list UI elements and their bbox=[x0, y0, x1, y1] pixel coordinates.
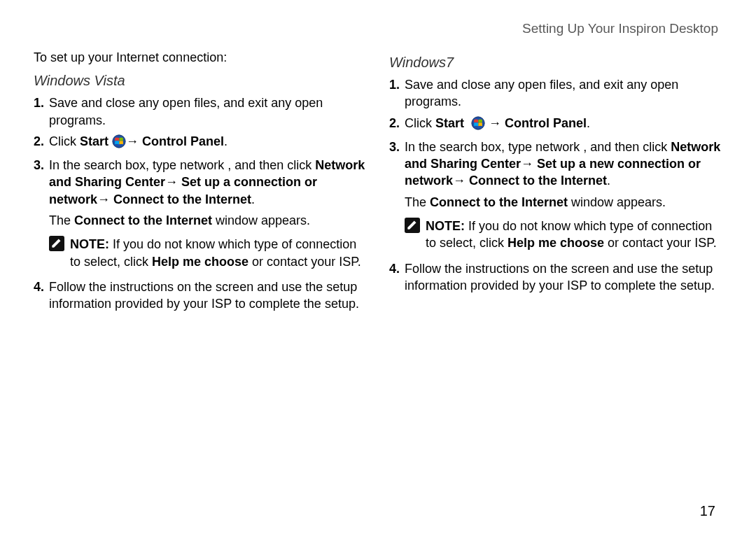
note-text: NOTE: If you do not know which type of c… bbox=[70, 236, 367, 270]
step-number: 2. bbox=[34, 133, 49, 150]
step-number: 3. bbox=[389, 139, 405, 155]
windows-start-orb-icon bbox=[112, 134, 126, 153]
step-number: 1. bbox=[34, 94, 49, 111]
note-block: NOTE: If you do not know which type of c… bbox=[49, 236, 367, 270]
note-pencil-icon bbox=[405, 218, 420, 233]
step-text: Click Start → Control Panel. bbox=[405, 115, 722, 134]
windows-start-orb-icon bbox=[471, 116, 485, 134]
step-number: 2. bbox=[389, 115, 405, 132]
step-number: 3. bbox=[34, 157, 49, 174]
step-text: Save and close any open files, and exit … bbox=[405, 76, 722, 111]
step-text: Follow the instructions on the screen an… bbox=[405, 260, 722, 295]
step-text: Follow the instructions on the screen an… bbox=[49, 278, 367, 313]
step-number: 4. bbox=[34, 278, 49, 295]
page-number: 17 bbox=[34, 503, 722, 519]
step-text: In the search box, type network , and th… bbox=[405, 139, 722, 190]
page-header: Setting Up Your Inspiron Desktop bbox=[34, 21, 722, 36]
left-column: To set up your Internet connection: Wind… bbox=[34, 49, 367, 498]
intro-text: To set up your Internet connection: bbox=[34, 49, 367, 66]
note-text: NOTE: If you do not know which type of c… bbox=[426, 218, 722, 252]
step-text: In the search box, type network , and th… bbox=[49, 157, 367, 208]
step-number: 4. bbox=[389, 260, 405, 277]
heading-win7: Windows7 bbox=[389, 53, 722, 72]
step-text: Save and close any open files, and exit … bbox=[49, 94, 367, 129]
note-pencil-icon bbox=[49, 236, 64, 251]
step-text: The Connect to the Internet window appea… bbox=[405, 194, 722, 211]
note-block: NOTE: If you do not know which type of c… bbox=[405, 218, 722, 252]
step-text: Click Start → Control Panel. bbox=[49, 133, 367, 153]
heading-vista: Windows Vista bbox=[34, 71, 367, 90]
right-column: Windows7 1. Save and close any open file… bbox=[389, 49, 722, 498]
step-number: 1. bbox=[389, 76, 405, 93]
step-text: The Connect to the Internet window appea… bbox=[49, 212, 367, 229]
